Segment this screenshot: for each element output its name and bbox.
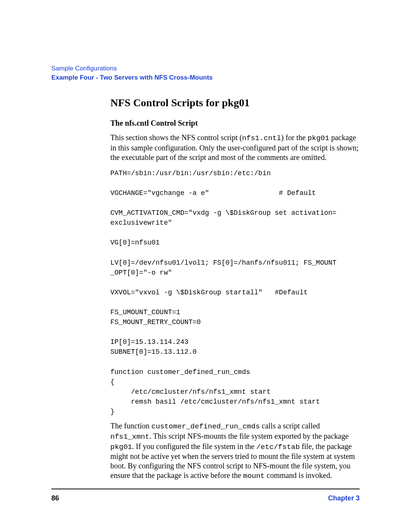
closing-paragraph: The function customer_defined_run_cmds c…: [110, 421, 360, 481]
code-block: PATH=/sbin:/usr/bin:/usr/sbin:/etc:/bin …: [110, 168, 360, 417]
inline-code-nfs1cntl: nfs1.cntl: [242, 134, 281, 142]
intro-text-mid: ) for the: [281, 133, 307, 142]
page-number: 86: [51, 494, 59, 502]
inline-code-fstab: /etc/fstab: [256, 443, 300, 451]
closing-mid3: . If you configured the file system in t…: [132, 442, 256, 451]
closing-post: command is invoked.: [265, 471, 332, 479]
closing-mid1: calls a script called: [260, 422, 320, 430]
inline-code-pkg01b: pkg01: [110, 443, 132, 451]
section-heading: NFS Control Scripts for pkg01: [110, 97, 360, 109]
footer: 86 Chapter 3: [51, 494, 360, 502]
closing-mid2: . This script NFS-mounts the file system…: [150, 432, 349, 440]
inline-code-func: customer_defined_run_cmds: [151, 422, 260, 431]
inline-code-pkg01: pkg01: [307, 134, 329, 142]
inline-code-mount: mount: [243, 472, 265, 480]
page: Sample Configurations Example Four - Two…: [0, 0, 411, 532]
inline-code-nfs1xmnt: nfs1_xmnt: [110, 433, 150, 441]
header-title: Example Four - Two Servers with NFS Cros…: [51, 74, 360, 81]
intro-paragraph: This section shows the NFS control scrip…: [110, 133, 360, 162]
content-area: NFS Control Scripts for pkg01 The nfs.cn…: [110, 97, 360, 481]
intro-text-pre: This section shows the NFS control scrip…: [110, 133, 242, 142]
chapter-label[interactable]: Chapter 3: [328, 494, 360, 502]
breadcrumb: Sample Configurations: [51, 65, 360, 72]
closing-pre: The function: [110, 422, 151, 430]
footer-rule: [51, 489, 360, 489]
section-subheading: The nfs.cntl Control Script: [110, 119, 360, 128]
